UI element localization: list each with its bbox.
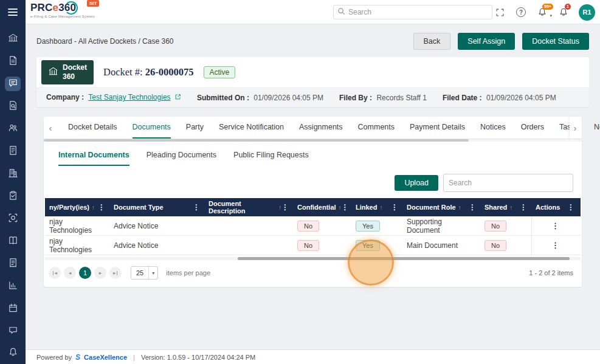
message-bubble-icon	[8, 325, 18, 338]
sidebar-item-notifications[interactable]	[5, 349, 21, 364]
sidebar-item-filings[interactable]	[5, 144, 21, 159]
sidebar-item-parties[interactable]	[5, 122, 21, 136]
footer-separator: |	[133, 354, 135, 361]
submitted-label: Submitted On :	[197, 94, 249, 102]
search-icon	[337, 7, 345, 18]
col-document-description: Document Description↑⋮	[204, 198, 293, 216]
current-page-button[interactable]: 1	[79, 267, 91, 279]
breadcrumb-current: Case 360	[142, 37, 173, 46]
page-size-dropdown[interactable]: 25 ▾	[131, 266, 158, 280]
back-button[interactable]: Back	[413, 33, 451, 50]
subtab-pleading-documents[interactable]: Pleading Documents	[147, 151, 216, 166]
sidebar-item-dockets[interactable]	[5, 54, 21, 69]
casexellence-brand-link[interactable]: CaseXellence	[84, 354, 127, 361]
tab-horizontal-scrollbar[interactable]	[44, 139, 582, 142]
help-icon[interactable]: ?	[515, 6, 527, 18]
confidential-badge: No	[297, 240, 319, 251]
sidebar-item-reports[interactable]	[5, 279, 21, 294]
table-scrollbar-thumb[interactable]	[238, 257, 570, 260]
casexellence-logo-icon: S	[75, 353, 80, 362]
docket-meta-row: Company : Test Sanjay Technologies Submi…	[36, 88, 589, 107]
self-assign-button[interactable]: Self Assign	[458, 33, 515, 50]
company-meta: Company : Test Sanjay Technologies	[46, 93, 181, 102]
documents-search-input[interactable]	[443, 174, 573, 192]
bank-icon	[8, 33, 18, 46]
table-horizontal-scrollbar[interactable]	[45, 257, 581, 260]
column-menu-icon[interactable]: ⋮	[520, 203, 527, 211]
alerts-count-badge: 99+	[542, 4, 553, 10]
fullscreen-icon[interactable]	[494, 6, 506, 18]
column-menu-icon[interactable]: ⋮	[342, 203, 349, 211]
filed-date-meta: Filed Date : 01/09/2026 04:05 PM	[443, 94, 556, 102]
first-page-button[interactable]: ◂	[49, 267, 61, 279]
company-link[interactable]: Test Sanjay Technologies	[88, 93, 170, 101]
docket-status-button[interactable]: Docket Status	[522, 33, 589, 50]
sidebar-item-messages[interactable]	[5, 324, 21, 338]
cell-document-description	[204, 236, 293, 255]
notifications-bell-icon[interactable]: 1	[557, 6, 570, 18]
cell-shared: No	[480, 216, 531, 235]
sidebar-item-calendar[interactable]	[5, 301, 21, 316]
app-logo[interactable]: PRCe360 e-Filing & Case Management Syste…	[30, 2, 95, 18]
sort-icon[interactable]: ↑	[509, 204, 512, 211]
user-avatar[interactable]: R1	[579, 4, 595, 21]
column-menu-icon[interactable]: ⋮	[469, 203, 476, 211]
tab-scroll-left-button[interactable]: ‹	[45, 117, 56, 139]
table-row: njay Technologies Advice Notice No Yes S…	[45, 216, 581, 236]
sort-icon[interactable]: ↑	[379, 204, 382, 211]
breadcrumb-separator: /	[138, 37, 140, 46]
tab-orders[interactable]: Orders	[521, 117, 544, 139]
global-search-input[interactable]	[348, 8, 488, 16]
tab-scroll-right-button[interactable]: ›	[570, 117, 581, 139]
sidebar-item-organization[interactable]	[5, 167, 21, 181]
subtab-public-filing-requests[interactable]: Public Filing Requests	[233, 151, 309, 166]
tab-service-notification[interactable]: Service Notification	[219, 117, 284, 139]
book-icon	[8, 235, 18, 248]
alerts-bell-icon[interactable]: 99+ ▾	[536, 6, 548, 18]
scan-icon	[8, 213, 18, 225]
next-page-button[interactable]: ▸	[94, 267, 106, 279]
sidebar-item-tasks[interactable]	[5, 189, 21, 204]
external-link-icon[interactable]	[174, 94, 181, 102]
column-menu-icon[interactable]: ⋮	[281, 203, 289, 211]
tab-notices[interactable]: Notices	[480, 117, 506, 139]
breadcrumb-link[interactable]: Dashboard - All Active Dockets	[36, 37, 136, 46]
tab-documents[interactable]: Documents	[133, 117, 171, 139]
column-menu-icon[interactable]: ⋮	[567, 203, 574, 211]
sort-icon[interactable]: ↑	[458, 204, 461, 211]
table-row: njay Technologies Advice Notice No Yes M…	[45, 236, 581, 255]
sidebar-item-comments[interactable]	[5, 77, 21, 91]
cell-document-role: Supporting Document	[402, 216, 480, 235]
upload-button[interactable]: Upload	[395, 175, 438, 191]
column-menu-icon[interactable]: ⋮	[391, 203, 398, 211]
sort-icon[interactable]: ↑	[92, 204, 95, 211]
tab-notes[interactable]: Notes	[594, 117, 600, 139]
filed-by-label: Filed By :	[339, 94, 372, 102]
calendar-icon	[8, 303, 18, 315]
sidebar-item-dashboard[interactable]	[5, 32, 21, 46]
last-page-button[interactable]: ▸	[109, 267, 122, 279]
column-menu-icon[interactable]: ⋮	[98, 203, 105, 211]
tab-docket-details[interactable]: Docket Details	[68, 117, 117, 139]
topbar-icons: ? 99+ ▾ 1 R1	[494, 0, 595, 24]
tab-payment-details[interactable]: Payment Details	[410, 117, 465, 139]
footer: Powered by S CaseXellence | Version: 1.0…	[26, 349, 600, 364]
cell-linked: Yes	[351, 216, 402, 235]
tab-scrollbar-thumb[interactable]	[44, 139, 469, 142]
column-menu-icon[interactable]: ⋮	[193, 203, 200, 211]
sidebar-item-library[interactable]	[5, 234, 21, 249]
tab-comments[interactable]: Comments	[358, 117, 395, 139]
row-actions-menu-icon[interactable]: ⋮	[551, 241, 559, 250]
hamburger-menu-icon[interactable]	[0, 0, 26, 24]
previous-page-button[interactable]: ◂	[64, 267, 76, 279]
sidebar-item-case-search[interactable]	[5, 99, 21, 114]
tab-party[interactable]: Party	[186, 117, 204, 139]
subtab-internal-documents[interactable]: Internal Documents	[58, 151, 129, 166]
sidebar-item-billing[interactable]	[5, 256, 21, 271]
environment-badge: SIT	[87, 0, 99, 7]
sidebar-item-scan[interactable]	[5, 211, 21, 226]
tab-assignments[interactable]: Assignments	[299, 117, 343, 139]
row-actions-menu-icon[interactable]: ⋮	[551, 221, 559, 230]
breadcrumb[interactable]: Dashboard - All Active Dockets / Case 36…	[36, 37, 173, 46]
docket-badge-line1: Docket	[63, 63, 87, 72]
